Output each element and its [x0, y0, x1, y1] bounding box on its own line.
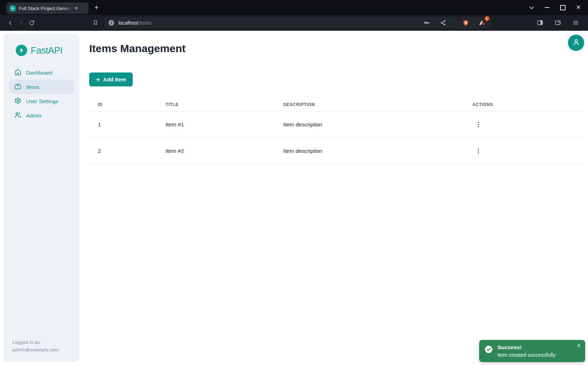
wallet-icon[interactable]: [552, 17, 563, 28]
toast-close-icon[interactable]: ✕: [576, 342, 582, 349]
tab-title: Full Stack Project Genera: [19, 6, 72, 11]
brand-name: FastAPI: [31, 45, 62, 56]
table-row: 2 Item #2 Item description ⋮: [89, 138, 583, 164]
share-icon[interactable]: [438, 17, 448, 28]
gear-icon: [14, 97, 21, 105]
sidebar-nav: Dashboard Items User Settings: [4, 65, 79, 122]
tab-search-chevron-icon[interactable]: [529, 6, 534, 9]
url-host: localhost: [118, 20, 138, 26]
browser-tab[interactable]: Full Stack Project Genera ✕: [6, 2, 88, 14]
password-key-icon[interactable]: [421, 17, 432, 28]
row-actions-kebab-icon[interactable]: ⋮: [472, 146, 484, 155]
reload-button[interactable]: [26, 17, 37, 28]
logged-in-label: Logged in as:: [12, 339, 59, 346]
column-header-title: TITLE: [157, 102, 275, 107]
user-avatar-button[interactable]: [568, 35, 584, 51]
users-icon: [14, 111, 21, 120]
sidebar-item-label: User Settings: [26, 98, 58, 104]
brave-rewards-icon[interactable]: 1: [477, 17, 487, 28]
cell-description: Item description: [275, 148, 464, 154]
column-header-description: DESCRIPTION: [275, 102, 464, 107]
page-title: Items Management: [89, 42, 186, 55]
sidebar-item-user-settings[interactable]: User Settings: [9, 94, 74, 108]
window-close-button[interactable]: ✕: [576, 5, 581, 10]
toast-message: Item created successfully.: [497, 352, 557, 358]
add-item-label: Add Item: [103, 76, 126, 82]
rewards-notification-badge: 1: [485, 16, 490, 21]
forward-button[interactable]: [16, 17, 26, 28]
tab-close-icon[interactable]: ✕: [73, 5, 80, 11]
sidebar-item-label: Dashboard: [26, 70, 52, 76]
user-icon: [572, 38, 581, 47]
table-header-row: ID TITLE DESCRIPTION ACTIONS: [89, 98, 583, 111]
cell-title: Item #2: [157, 148, 275, 154]
briefcase-icon: [14, 83, 21, 91]
browser-tab-bar: Full Stack Project Genera ✕ + ✕: [0, 0, 588, 15]
cell-description: Item description: [275, 121, 464, 128]
fastapi-bolt-icon: [16, 45, 27, 56]
cell-id: 1: [89, 121, 157, 128]
success-toast: Success! Item created successfully. ✕: [479, 340, 585, 362]
brand-logo: FastAPI: [4, 34, 79, 56]
fastapi-favicon-icon: [9, 5, 16, 12]
address-bar[interactable]: i localhost/items 1: [104, 17, 492, 29]
sidebar-item-admin[interactable]: Admin: [9, 108, 74, 122]
new-tab-button[interactable]: +: [94, 4, 99, 11]
sidebar: FastAPI Dashboard Items: [4, 34, 79, 362]
cell-id: 2: [89, 148, 157, 154]
app-page: FastAPI Dashboard Items: [0, 31, 588, 366]
site-info-icon[interactable]: i: [108, 20, 114, 26]
sidebar-item-dashboard[interactable]: Dashboard: [9, 65, 74, 80]
window-maximize-button[interactable]: [560, 5, 566, 10]
brave-shield-icon[interactable]: [460, 17, 471, 28]
plus-icon: +: [96, 76, 100, 83]
home-icon: [14, 69, 21, 77]
bookmark-icon[interactable]: [90, 17, 101, 28]
toolbar-divider: [454, 20, 455, 26]
window-minimize-button[interactable]: [545, 7, 549, 8]
back-button[interactable]: [5, 17, 16, 28]
row-actions-kebab-icon[interactable]: ⋮: [472, 120, 484, 129]
logged-in-as: Logged in as: admin@example.com: [12, 339, 59, 354]
browser-window: Full Stack Project Genera ✕ + ✕ i l: [0, 0, 588, 366]
add-item-button[interactable]: + Add Item: [89, 72, 133, 86]
url-path: /items: [138, 20, 151, 26]
sidebar-item-label: Admin: [26, 112, 41, 119]
menu-hamburger-icon[interactable]: [570, 17, 581, 28]
logged-in-email: admin@example.com: [12, 346, 59, 354]
sidebar-item-label: Items: [26, 84, 39, 90]
url-text: localhost/items: [118, 20, 152, 26]
sidebar-item-items[interactable]: Items: [9, 80, 74, 94]
table-row: 1 Item #1 Item description ⋮: [89, 111, 583, 138]
column-header-id: ID: [89, 102, 157, 107]
browser-toolbar: i localhost/items 1: [0, 15, 588, 31]
check-circle-icon: [484, 345, 493, 355]
toast-title: Success!: [497, 344, 557, 351]
items-table: ID TITLE DESCRIPTION ACTIONS 1 Item #1 I…: [89, 98, 583, 164]
cell-title: Item #1: [157, 121, 275, 128]
column-header-actions: ACTIONS: [464, 102, 583, 107]
sidebar-panel-icon[interactable]: [534, 17, 545, 28]
